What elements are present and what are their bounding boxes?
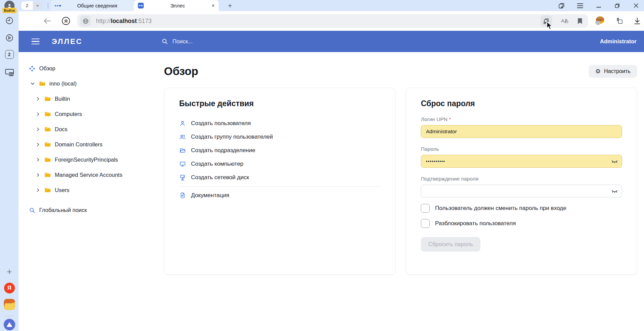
action-label: Создать подразделение [191,147,255,154]
folder-icon [44,141,51,148]
chevron-right-icon[interactable] [35,96,41,102]
mail-app-icon[interactable] [4,299,15,310]
tree-item-builtin[interactable]: Builtin [19,91,154,107]
browser-mascot-icon[interactable] [595,16,605,26]
add-panel-icon[interactable]: + [7,266,12,277]
confirm-password-label: Подтверждение пароля [421,176,622,182]
bookmark-icon[interactable] [577,14,583,28]
header-search[interactable]: Поиск... [161,38,192,45]
close-window-icon[interactable] [632,2,640,10]
reset-password-button[interactable]: Сбросить пароль [421,237,480,252]
current-user[interactable]: Administrator [600,38,637,45]
signin-badge[interactable]: Войти [2,8,16,13]
action-label: Создать пользователя [191,120,251,127]
sidebar-item-label: Обзор [39,65,55,72]
back-icon[interactable] [43,17,52,25]
close-tab-icon[interactable]: × [212,3,215,8]
yandex-app-icon[interactable]: Я [4,283,15,293]
password-label: Пароль [421,146,622,152]
restore-window-icon[interactable] [613,2,621,10]
tree-item-users[interactable]: Users [19,183,154,198]
browser-menu-icon[interactable] [576,2,584,10]
unlock-user-checkbox[interactable] [421,219,430,228]
required-asterisk: * [449,116,451,122]
sidebar-item-label: Глобальный поиск [39,207,87,213]
chevron-down-icon[interactable] [30,81,35,87]
network-drive-icon [179,174,186,181]
action-documentation[interactable]: Документация [179,189,380,202]
login-upn-input[interactable] [421,125,622,138]
login-upn-label: Логин UPN * [421,116,622,122]
site-globe-icon[interactable] [80,16,91,26]
eye-closed-icon[interactable] [611,188,618,194]
bookmarks-panel-icon[interactable] [557,2,566,10]
tree-item-label: Computers [55,111,82,117]
tree-item-domain-controllers[interactable]: Domain Controllers [19,137,154,152]
action-label: Создать группу пользователей [191,134,273,140]
mouse-cursor [546,22,554,30]
tree-item-computers[interactable]: Computers [19,107,154,122]
quick-actions-card: Быстрые действия Создать пользователя Со… [164,88,396,275]
checkbox-label: Разблокировать пользователя [435,220,516,227]
tree-item-label: Docs [55,126,68,133]
action-create-user[interactable]: Создать пользователя [179,117,380,130]
must-change-password-checkbox[interactable] [421,204,430,213]
url-text[interactable]: http://localhost:5173 [96,14,151,28]
main-content: Обзор ⚙ Настроить Быстрые действия Созда [154,52,644,331]
unlock-user-row: Разблокировать пользователя [421,219,622,228]
page-title: Обзор [164,65,198,78]
tree-item-docs[interactable]: Docs [19,122,154,137]
downloads-icon[interactable] [634,17,641,25]
address-bar[interactable]: http://localhost:5173 Aあ [77,14,588,28]
action-create-org-unit[interactable]: Создать подразделение [179,144,380,157]
url-scheme: http:// [96,18,111,25]
tabs-panel-icon[interactable]: 2 [5,50,14,59]
screenshot-icon[interactable] [4,67,15,77]
chevron-right-icon[interactable] [35,172,41,178]
confirm-password-input[interactable] [421,185,622,197]
folder-icon [44,171,51,179]
action-create-computer[interactable]: Создать компьютер [179,157,380,171]
chevron-right-icon[interactable] [35,142,41,147]
new-tab-button[interactable]: + [225,1,235,10]
sidebar-item-overview[interactable]: Обзор [19,61,154,76]
configure-label: Настроить [604,68,630,74]
tree-item-foreign-security-principals[interactable]: ForeignSecurityPrincipals [19,152,154,167]
folder-icon [39,80,46,87]
folder-open-icon [179,147,186,154]
action-create-user-group[interactable]: Создать группу пользователей [179,130,380,144]
tree-item-label: Builtin [55,96,70,102]
alice-assistant-icon[interactable] [4,319,15,330]
menu-icon[interactable] [31,39,40,45]
elles-favicon [55,5,61,6]
sidebar-item-global-search[interactable]: Глобальный поиск [19,203,154,218]
extensions-icon[interactable] [615,17,623,25]
search-icon [29,207,35,214]
action-create-network-drive[interactable]: Создать сетевой диск [179,171,380,184]
tree-item-inno[interactable]: inno (local) [19,76,154,91]
elles-favicon [138,3,144,8]
tree-item-managed-service-accounts[interactable]: Managed Service Accounts [19,167,154,183]
minimize-window-icon[interactable] [595,2,603,10]
yandex-services-icon[interactable]: Я [61,16,71,26]
play-media-icon[interactable] [5,33,14,43]
password-input[interactable] [421,155,622,168]
password-reset-card: Сброс пароля Логин UPN * Пароль [406,88,637,275]
chevron-down-icon[interactable] [33,1,42,10]
alice-logo [6,322,13,327]
chevron-right-icon[interactable] [35,187,41,193]
web-page: ЭЛЛЕС Поиск... Administrator Обзор inno … [19,31,644,331]
chevron-right-icon[interactable] [35,126,41,132]
tree-item-label: Domain Controllers [55,141,102,148]
tab-elles-active[interactable]: Эллес × [134,0,219,11]
monitor-icon [179,161,186,167]
eye-closed-icon[interactable] [611,158,618,164]
history-icon[interactable] [5,16,14,25]
chevron-right-icon[interactable] [35,157,41,163]
tab-general-info[interactable]: Общие сведения [51,0,134,11]
chevron-right-icon[interactable] [35,111,41,117]
app-header: ЭЛЛЕС Поиск... Administrator [19,31,644,52]
configure-button[interactable]: ⚙ Настроить [589,65,637,78]
tab-counter[interactable]: 2 [21,1,42,10]
translate-icon[interactable]: Aあ [561,14,569,28]
